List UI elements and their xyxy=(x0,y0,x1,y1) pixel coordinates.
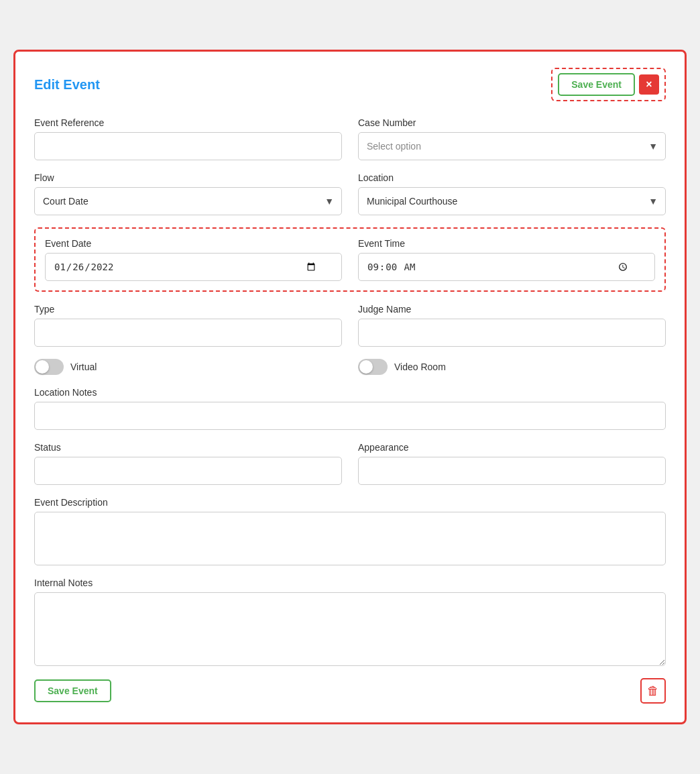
modal-title: Edit Event xyxy=(34,77,100,93)
input-event-time[interactable] xyxy=(358,253,655,281)
header-actions: Save Event × xyxy=(551,68,666,101)
input-appearance[interactable] xyxy=(358,457,666,485)
toggle-virtual[interactable] xyxy=(34,359,64,375)
input-event-date[interactable] xyxy=(45,253,342,281)
group-type: Type xyxy=(34,304,342,347)
row-status-appearance: Status Appearance xyxy=(34,442,666,485)
select-wrapper-flow: Court Date Other ▼ xyxy=(34,187,342,215)
toggle-video-room[interactable] xyxy=(358,359,388,375)
select-wrapper-location: Municipal Courthouse Other ▼ xyxy=(358,187,666,215)
label-video-room: Video Room xyxy=(394,362,446,372)
select-case-number[interactable]: Select option xyxy=(358,132,666,160)
group-flow: Flow Court Date Other ▼ xyxy=(34,172,342,215)
group-event-reference: Event Reference xyxy=(34,117,342,160)
group-event-time: Event Time xyxy=(358,238,655,281)
label-event-time: Event Time xyxy=(358,238,655,249)
label-appearance: Appearance xyxy=(358,442,666,453)
select-wrapper-case-number: Select option ▼ xyxy=(358,132,666,160)
label-event-reference: Event Reference xyxy=(34,117,342,128)
input-type[interactable] xyxy=(34,319,342,347)
group-case-number: Case Number Select option ▼ xyxy=(358,117,666,160)
trash-icon: 🗑 xyxy=(647,684,659,698)
group-status: Status xyxy=(34,442,342,485)
group-location-notes: Location Notes xyxy=(34,387,666,430)
close-button[interactable]: × xyxy=(639,74,659,95)
group-location: Location Municipal Courthouse Other ▼ xyxy=(358,172,666,215)
label-internal-notes: Internal Notes xyxy=(34,577,666,588)
toggle-group-virtual: Virtual xyxy=(34,359,342,375)
label-flow: Flow xyxy=(34,172,342,183)
modal-footer: Save Event 🗑 xyxy=(34,678,666,704)
label-case-number: Case Number xyxy=(358,117,666,128)
label-event-date: Event Date xyxy=(45,238,342,249)
input-status[interactable] xyxy=(34,457,342,485)
group-internal-notes: Internal Notes xyxy=(34,577,666,666)
select-flow[interactable]: Court Date Other xyxy=(34,187,342,215)
toggle-group-video-room: Video Room xyxy=(358,359,666,375)
modal-header: Edit Event Save Event × xyxy=(34,68,666,101)
input-event-reference[interactable] xyxy=(34,132,342,160)
label-type: Type xyxy=(34,304,342,315)
row-event-reference-case: Event Reference Case Number Select optio… xyxy=(34,117,666,160)
label-location-notes: Location Notes xyxy=(34,387,666,398)
input-location-notes[interactable] xyxy=(34,402,666,430)
row-event-date-time: Event Date Event Time xyxy=(45,238,655,281)
textarea-event-description[interactable] xyxy=(34,512,666,565)
row-flow-location: Flow Court Date Other ▼ Location Municip… xyxy=(34,172,666,215)
save-event-button-top[interactable]: Save Event xyxy=(558,73,635,96)
label-event-description: Event Description xyxy=(34,497,666,508)
section-location-notes: Location Notes xyxy=(34,387,666,430)
select-location[interactable]: Municipal Courthouse Other xyxy=(358,187,666,215)
label-judge-name: Judge Name xyxy=(358,304,666,315)
toggle-row: Virtual Video Room xyxy=(34,359,666,375)
time-input-wrapper xyxy=(358,253,655,281)
label-location: Location xyxy=(358,172,666,183)
label-status: Status xyxy=(34,442,342,453)
group-event-date: Event Date xyxy=(45,238,342,281)
textarea-internal-notes[interactable] xyxy=(34,592,666,666)
date-input-wrapper xyxy=(45,253,342,281)
delete-button[interactable]: 🗑 xyxy=(640,678,666,704)
group-appearance: Appearance xyxy=(358,442,666,485)
edit-event-modal: Edit Event Save Event × Event Reference … xyxy=(13,50,687,724)
row-type-judge: Type Judge Name xyxy=(34,304,666,347)
group-event-description: Event Description xyxy=(34,497,666,565)
label-virtual: Virtual xyxy=(70,362,97,372)
save-event-button-bottom[interactable]: Save Event xyxy=(34,679,111,702)
group-judge-name: Judge Name xyxy=(358,304,666,347)
input-judge-name[interactable] xyxy=(358,319,666,347)
highlighted-date-time-section: Event Date Event Time xyxy=(34,227,666,292)
